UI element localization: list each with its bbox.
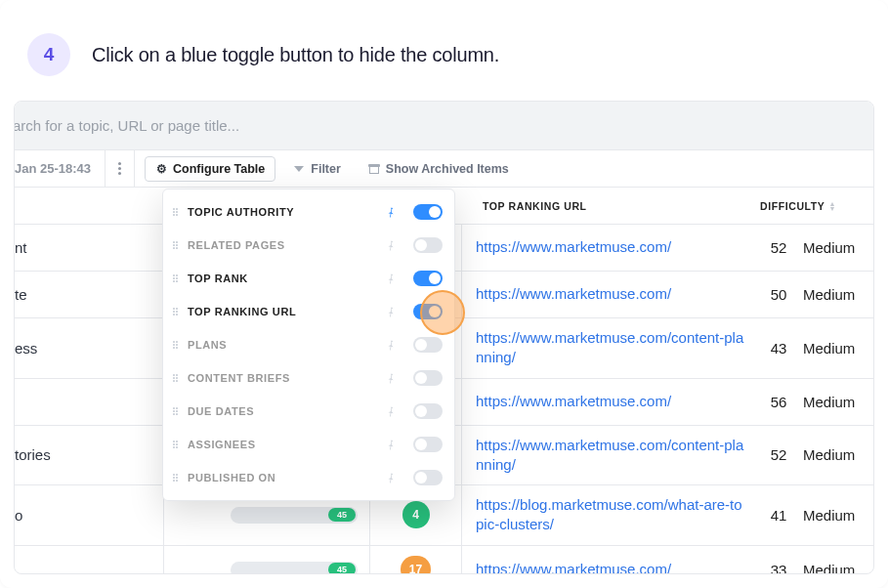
column-visibility-toggle[interactable]	[413, 237, 443, 253]
filter-button[interactable]: Filter	[283, 157, 351, 181]
difficulty-score: 50	[758, 272, 799, 317]
difficulty-level: Medium	[799, 546, 873, 575]
column-option-label: TOP RANKING URL	[188, 306, 443, 317]
difficulty-level: Medium	[799, 318, 873, 378]
top-ranking-url-link[interactable]: https://www.marketmuse.com/	[476, 284, 671, 304]
url-cell: https://www.marketmuse.com/content-plann…	[462, 318, 758, 378]
show-archived-button[interactable]: Show Archived Items	[359, 157, 519, 181]
drag-grip-icon[interactable]	[173, 241, 178, 249]
top-ranking-url-link[interactable]: https://www.marketmuse.com/content-plann…	[476, 436, 746, 476]
top-ranking-url-link[interactable]: https://www.marketmuse.com/	[476, 392, 671, 411]
pin-icon[interactable]	[382, 237, 398, 253]
difficulty-level: Medium	[799, 485, 873, 545]
column-visibility-toggle[interactable]	[413, 271, 443, 286]
pin-icon[interactable]	[382, 271, 398, 286]
url-cell: https://www.marketmuse.com/	[462, 272, 758, 317]
column-option-row: PUBLISHED ON	[163, 461, 454, 494]
topic-cell: tories	[15, 426, 163, 485]
table-row[interactable]: 4517https://www.marketmuse.com/33Medium	[15, 546, 873, 575]
top-ranking-url-link[interactable]: https://www.marketmuse.com/	[476, 237, 671, 257]
kebab-icon	[118, 162, 121, 175]
step-number-badge: 4	[27, 33, 70, 76]
authority-bar-cell: 45	[163, 546, 370, 575]
top-ranking-url-link[interactable]: https://blog.marketmuse.com/what-are-top…	[476, 495, 746, 535]
column-visibility-toggle[interactable]	[413, 304, 443, 319]
rank-pill: 4	[402, 501, 430, 528]
search-placeholder: arch for a topic, URL or page title...	[14, 117, 239, 134]
configure-table-button[interactable]: Configure Table	[145, 156, 275, 182]
column-option-row: ASSIGNEES	[163, 428, 454, 461]
url-cell: https://www.marketmuse.com/content-plann…	[462, 426, 758, 485]
show-archived-label: Show Archived Items	[386, 162, 509, 176]
difficulty-score: 52	[758, 225, 799, 271]
column-option-label: RELATED PAGES	[188, 239, 443, 251]
top-ranking-url-link[interactable]: https://www.marketmuse.com/	[476, 560, 671, 574]
pin-icon[interactable]	[382, 470, 398, 485]
pin-icon[interactable]	[382, 370, 398, 386]
topic-cell	[15, 379, 163, 425]
progress-value-badge: 45	[328, 563, 356, 574]
tutorial-card: 4 Click on a blue toggle button to hide …	[0, 0, 888, 588]
pin-icon[interactable]	[382, 204, 398, 220]
drag-grip-icon[interactable]	[173, 441, 178, 448]
drag-grip-icon[interactable]	[173, 274, 178, 282]
toolbar-actions: Configure Table Filter Show Archived Ite…	[135, 150, 873, 187]
pin-icon[interactable]	[382, 337, 398, 353]
column-option-label: TOPIC AUTHORITY	[188, 206, 443, 218]
drag-grip-icon[interactable]	[173, 341, 178, 349]
pin-icon[interactable]	[382, 437, 398, 452]
column-visibility-toggle[interactable]	[413, 204, 443, 220]
column-visibility-toggle[interactable]	[413, 437, 443, 452]
column-option-row: TOP RANK	[163, 262, 454, 295]
column-option-label: TOP RANK	[188, 273, 443, 284]
step-instruction: Click on a blue toggle button to hide th…	[92, 44, 499, 66]
column-header-top-ranking-url[interactable]: TOP RANKING URL	[483, 200, 587, 212]
column-option-row: RELATED PAGES	[163, 229, 454, 262]
topic-cell: te	[15, 272, 163, 317]
drag-grip-icon[interactable]	[173, 208, 178, 216]
url-cell: https://www.marketmuse.com/	[462, 546, 758, 575]
pin-icon[interactable]	[382, 304, 398, 319]
archive-icon	[368, 163, 380, 175]
difficulty-level: Medium	[799, 225, 873, 271]
rank-pill: 17	[401, 556, 431, 574]
step-header: 4 Click on a blue toggle button to hide …	[0, 0, 888, 102]
date-range-cell[interactable]: Jan 25-18:43	[15, 150, 106, 187]
difficulty-level: Medium	[799, 272, 873, 317]
toolbar: Jan 25-18:43 Configure Table Filter	[15, 150, 873, 188]
funnel-icon	[293, 163, 305, 175]
topic-cell	[15, 546, 163, 575]
top-ranking-url-link[interactable]: https://www.marketmuse.com/content-plann…	[476, 328, 746, 368]
pin-icon[interactable]	[382, 403, 398, 419]
column-visibility-toggle[interactable]	[413, 370, 443, 386]
date-range-label: Jan 25-18:43	[15, 161, 91, 176]
sort-icon: ▲▼	[828, 201, 836, 211]
progress-value-badge: 45	[328, 508, 356, 522]
difficulty-score: 43	[758, 318, 799, 378]
drag-grip-icon[interactable]	[173, 308, 178, 315]
column-visibility-toggle[interactable]	[413, 470, 443, 485]
difficulty-level: Medium	[799, 426, 873, 485]
difficulty-score: 41	[758, 485, 799, 545]
difficulty-score: 56	[758, 379, 799, 425]
column-option-row: TOP RANKING URL	[163, 295, 454, 328]
column-option-label: ASSIGNEES	[188, 439, 443, 450]
column-visibility-toggle[interactable]	[413, 337, 443, 353]
topic-cell: nt	[15, 225, 163, 271]
column-option-label: CONTENT BRIEFS	[188, 372, 443, 384]
column-visibility-toggle[interactable]	[413, 403, 443, 419]
configure-table-dropdown: TOPIC AUTHORITYRELATED PAGESTOP RANKTOP …	[162, 189, 455, 501]
url-cell: https://www.marketmuse.com/	[462, 379, 758, 425]
configure-table-label: Configure Table	[173, 162, 265, 176]
column-header-difficulty[interactable]: DIFFICULTY ▲▼	[760, 200, 836, 212]
progress-bar: 45	[231, 507, 358, 524]
drag-grip-icon[interactable]	[173, 374, 178, 382]
column-option-row: TOPIC AUTHORITY	[163, 195, 454, 229]
drag-grip-icon[interactable]	[173, 407, 178, 415]
search-bar[interactable]: arch for a topic, URL or page title...	[15, 102, 873, 150]
column-option-label: PLANS	[188, 339, 443, 351]
more-menu-button[interactable]	[106, 150, 135, 187]
drag-grip-icon[interactable]	[173, 474, 178, 482]
progress-bar: 45	[231, 562, 358, 575]
difficulty-label: DIFFICULTY	[760, 200, 825, 212]
